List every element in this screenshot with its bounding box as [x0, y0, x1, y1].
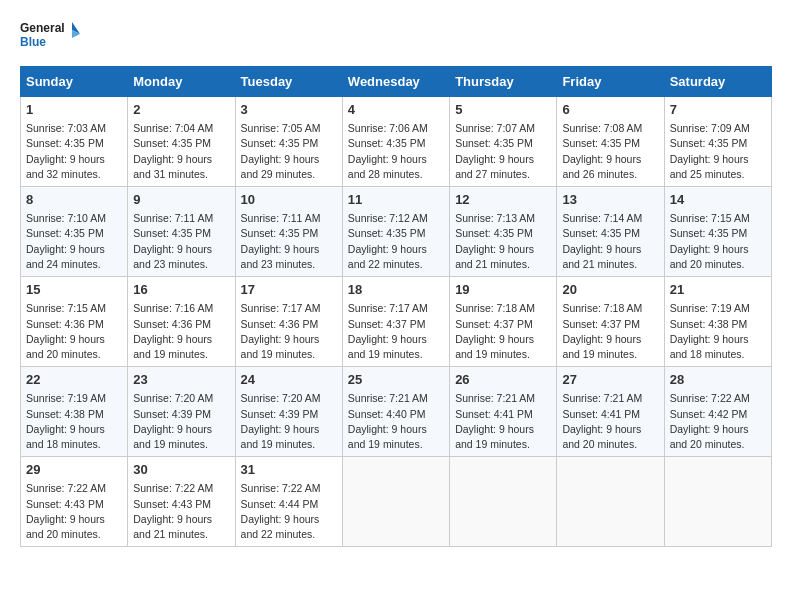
header-day-friday: Friday: [557, 67, 664, 97]
day-number: 21: [670, 281, 766, 299]
day-number: 27: [562, 371, 658, 389]
day-number: 22: [26, 371, 122, 389]
day-info: Sunrise: 7:22 AMSunset: 4:44 PMDaylight:…: [241, 481, 337, 542]
day-number: 12: [455, 191, 551, 209]
day-number: 29: [26, 461, 122, 479]
day-number: 28: [670, 371, 766, 389]
calendar-cell: [450, 457, 557, 547]
day-number: 13: [562, 191, 658, 209]
calendar-cell: 27Sunrise: 7:21 AMSunset: 4:41 PMDayligh…: [557, 367, 664, 457]
day-info: Sunrise: 7:20 AMSunset: 4:39 PMDaylight:…: [133, 391, 229, 452]
day-number: 18: [348, 281, 444, 299]
calendar-cell: 10Sunrise: 7:11 AMSunset: 4:35 PMDayligh…: [235, 187, 342, 277]
calendar-week-4: 22Sunrise: 7:19 AMSunset: 4:38 PMDayligh…: [21, 367, 772, 457]
calendar-cell: 16Sunrise: 7:16 AMSunset: 4:36 PMDayligh…: [128, 277, 235, 367]
calendar-week-2: 8Sunrise: 7:10 AMSunset: 4:35 PMDaylight…: [21, 187, 772, 277]
day-number: 26: [455, 371, 551, 389]
header-day-thursday: Thursday: [450, 67, 557, 97]
calendar-cell: 26Sunrise: 7:21 AMSunset: 4:41 PMDayligh…: [450, 367, 557, 457]
day-info: Sunrise: 7:14 AMSunset: 4:35 PMDaylight:…: [562, 211, 658, 272]
day-info: Sunrise: 7:05 AMSunset: 4:35 PMDaylight:…: [241, 121, 337, 182]
calendar-cell: 17Sunrise: 7:17 AMSunset: 4:36 PMDayligh…: [235, 277, 342, 367]
calendar-table: SundayMondayTuesdayWednesdayThursdayFrid…: [20, 66, 772, 547]
header-day-sunday: Sunday: [21, 67, 128, 97]
day-info: Sunrise: 7:20 AMSunset: 4:39 PMDaylight:…: [241, 391, 337, 452]
calendar-cell: 20Sunrise: 7:18 AMSunset: 4:37 PMDayligh…: [557, 277, 664, 367]
calendar-cell: 21Sunrise: 7:19 AMSunset: 4:38 PMDayligh…: [664, 277, 771, 367]
day-info: Sunrise: 7:11 AMSunset: 4:35 PMDaylight:…: [241, 211, 337, 272]
day-number: 25: [348, 371, 444, 389]
day-number: 16: [133, 281, 229, 299]
day-number: 24: [241, 371, 337, 389]
day-info: Sunrise: 7:16 AMSunset: 4:36 PMDaylight:…: [133, 301, 229, 362]
header-day-tuesday: Tuesday: [235, 67, 342, 97]
day-number: 15: [26, 281, 122, 299]
day-info: Sunrise: 7:22 AMSunset: 4:43 PMDaylight:…: [26, 481, 122, 542]
calendar-body: 1Sunrise: 7:03 AMSunset: 4:35 PMDaylight…: [21, 97, 772, 547]
day-info: Sunrise: 7:18 AMSunset: 4:37 PMDaylight:…: [562, 301, 658, 362]
day-number: 2: [133, 101, 229, 119]
day-info: Sunrise: 7:03 AMSunset: 4:35 PMDaylight:…: [26, 121, 122, 182]
header-day-monday: Monday: [128, 67, 235, 97]
calendar-cell: 31Sunrise: 7:22 AMSunset: 4:44 PMDayligh…: [235, 457, 342, 547]
header-day-saturday: Saturday: [664, 67, 771, 97]
day-info: Sunrise: 7:11 AMSunset: 4:35 PMDaylight:…: [133, 211, 229, 272]
day-info: Sunrise: 7:22 AMSunset: 4:42 PMDaylight:…: [670, 391, 766, 452]
day-number: 3: [241, 101, 337, 119]
day-info: Sunrise: 7:21 AMSunset: 4:41 PMDaylight:…: [562, 391, 658, 452]
day-number: 20: [562, 281, 658, 299]
calendar-cell: 19Sunrise: 7:18 AMSunset: 4:37 PMDayligh…: [450, 277, 557, 367]
logo-svg: General Blue: [20, 16, 80, 56]
svg-text:General: General: [20, 21, 65, 35]
calendar-cell: 8Sunrise: 7:10 AMSunset: 4:35 PMDaylight…: [21, 187, 128, 277]
day-info: Sunrise: 7:07 AMSunset: 4:35 PMDaylight:…: [455, 121, 551, 182]
calendar-cell: 23Sunrise: 7:20 AMSunset: 4:39 PMDayligh…: [128, 367, 235, 457]
calendar-cell: 1Sunrise: 7:03 AMSunset: 4:35 PMDaylight…: [21, 97, 128, 187]
calendar-cell: 11Sunrise: 7:12 AMSunset: 4:35 PMDayligh…: [342, 187, 449, 277]
day-info: Sunrise: 7:19 AMSunset: 4:38 PMDaylight:…: [670, 301, 766, 362]
day-number: 11: [348, 191, 444, 209]
calendar-header: SundayMondayTuesdayWednesdayThursdayFrid…: [21, 67, 772, 97]
calendar-cell: 2Sunrise: 7:04 AMSunset: 4:35 PMDaylight…: [128, 97, 235, 187]
day-number: 17: [241, 281, 337, 299]
day-number: 19: [455, 281, 551, 299]
calendar-cell: [557, 457, 664, 547]
calendar-cell: 7Sunrise: 7:09 AMSunset: 4:35 PMDaylight…: [664, 97, 771, 187]
day-number: 31: [241, 461, 337, 479]
day-info: Sunrise: 7:13 AMSunset: 4:35 PMDaylight:…: [455, 211, 551, 272]
calendar-cell: 13Sunrise: 7:14 AMSunset: 4:35 PMDayligh…: [557, 187, 664, 277]
calendar-cell: 4Sunrise: 7:06 AMSunset: 4:35 PMDaylight…: [342, 97, 449, 187]
calendar-cell: 9Sunrise: 7:11 AMSunset: 4:35 PMDaylight…: [128, 187, 235, 277]
calendar-cell: 15Sunrise: 7:15 AMSunset: 4:36 PMDayligh…: [21, 277, 128, 367]
day-info: Sunrise: 7:22 AMSunset: 4:43 PMDaylight:…: [133, 481, 229, 542]
calendar-cell: 24Sunrise: 7:20 AMSunset: 4:39 PMDayligh…: [235, 367, 342, 457]
day-number: 30: [133, 461, 229, 479]
calendar-cell: 18Sunrise: 7:17 AMSunset: 4:37 PMDayligh…: [342, 277, 449, 367]
calendar-cell: 30Sunrise: 7:22 AMSunset: 4:43 PMDayligh…: [128, 457, 235, 547]
day-info: Sunrise: 7:15 AMSunset: 4:35 PMDaylight:…: [670, 211, 766, 272]
day-info: Sunrise: 7:18 AMSunset: 4:37 PMDaylight:…: [455, 301, 551, 362]
day-number: 14: [670, 191, 766, 209]
calendar-cell: [664, 457, 771, 547]
calendar-cell: 25Sunrise: 7:21 AMSunset: 4:40 PMDayligh…: [342, 367, 449, 457]
day-number: 1: [26, 101, 122, 119]
header-day-wednesday: Wednesday: [342, 67, 449, 97]
calendar-cell: 5Sunrise: 7:07 AMSunset: 4:35 PMDaylight…: [450, 97, 557, 187]
page-header: General Blue: [20, 16, 772, 56]
day-info: Sunrise: 7:21 AMSunset: 4:41 PMDaylight:…: [455, 391, 551, 452]
day-info: Sunrise: 7:19 AMSunset: 4:38 PMDaylight:…: [26, 391, 122, 452]
calendar-cell: 14Sunrise: 7:15 AMSunset: 4:35 PMDayligh…: [664, 187, 771, 277]
calendar-cell: [342, 457, 449, 547]
calendar-cell: 28Sunrise: 7:22 AMSunset: 4:42 PMDayligh…: [664, 367, 771, 457]
day-info: Sunrise: 7:21 AMSunset: 4:40 PMDaylight:…: [348, 391, 444, 452]
day-info: Sunrise: 7:08 AMSunset: 4:35 PMDaylight:…: [562, 121, 658, 182]
calendar-cell: 22Sunrise: 7:19 AMSunset: 4:38 PMDayligh…: [21, 367, 128, 457]
calendar-cell: 3Sunrise: 7:05 AMSunset: 4:35 PMDaylight…: [235, 97, 342, 187]
day-number: 4: [348, 101, 444, 119]
calendar-cell: 29Sunrise: 7:22 AMSunset: 4:43 PMDayligh…: [21, 457, 128, 547]
day-number: 9: [133, 191, 229, 209]
calendar-week-3: 15Sunrise: 7:15 AMSunset: 4:36 PMDayligh…: [21, 277, 772, 367]
day-info: Sunrise: 7:15 AMSunset: 4:36 PMDaylight:…: [26, 301, 122, 362]
day-info: Sunrise: 7:17 AMSunset: 4:36 PMDaylight:…: [241, 301, 337, 362]
logo: General Blue: [20, 16, 80, 56]
